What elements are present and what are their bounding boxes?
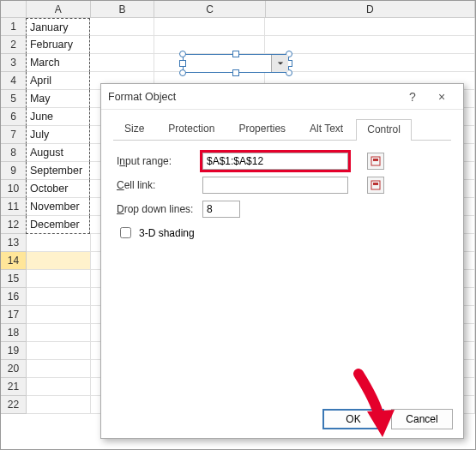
tab-protection[interactable]: Protection [157, 118, 226, 140]
cell[interactable] [154, 36, 266, 54]
row-header[interactable]: 13 [1, 234, 27, 252]
format-object-dialog: Format Object ? × Size Protection Proper… [100, 83, 464, 439]
row-header[interactable]: 15 [1, 270, 27, 288]
cell-link-label: Cell link: [117, 179, 202, 191]
col-header-A[interactable]: A [27, 1, 91, 18]
row-header[interactable]: 1 [1, 18, 27, 36]
cancel-button[interactable]: Cancel [391, 409, 453, 429]
cell[interactable]: December [26, 216, 90, 234]
cell[interactable] [27, 342, 91, 360]
input-range-field[interactable] [202, 153, 348, 170]
resize-handle[interactable] [179, 69, 186, 76]
cell[interactable]: April [26, 72, 90, 90]
cell[interactable]: May [26, 90, 90, 108]
cell[interactable] [27, 360, 91, 378]
select-all-corner[interactable] [1, 1, 27, 18]
tab-control[interactable]: Control [356, 119, 412, 141]
cell[interactable] [265, 18, 475, 36]
combobox-dropdown-button[interactable] [271, 55, 288, 72]
cell[interactable] [27, 288, 91, 306]
cell[interactable] [265, 36, 475, 54]
row-header[interactable]: 7 [1, 126, 27, 144]
row-header[interactable]: 8 [1, 144, 27, 162]
dialog-title: Format Object [108, 91, 398, 103]
range-picker-button[interactable] [367, 153, 384, 170]
cell[interactable]: November [26, 198, 90, 216]
cell[interactable]: July [26, 126, 90, 144]
resize-handle[interactable] [232, 69, 239, 76]
cell[interactable]: June [26, 108, 90, 126]
cell[interactable] [27, 252, 91, 270]
input-range-label: Input range: [117, 155, 202, 167]
row-header[interactable]: 14 [1, 252, 27, 270]
cell[interactable] [154, 18, 266, 36]
row-header[interactable]: 17 [1, 306, 27, 324]
col-header-B[interactable]: B [91, 1, 155, 18]
resize-handle[interactable] [232, 51, 239, 57]
cell[interactable]: March [26, 54, 90, 72]
row-header[interactable]: 12 [1, 216, 27, 234]
cell[interactable]: September [26, 162, 90, 180]
cell[interactable]: January [26, 18, 90, 36]
collapse-dialog-icon [371, 156, 381, 166]
resize-handle[interactable] [179, 51, 186, 57]
tab-properties[interactable]: Properties [227, 118, 297, 140]
help-button[interactable]: ? [398, 86, 427, 108]
cell[interactable]: February [26, 36, 90, 54]
chevron-down-icon [277, 60, 284, 67]
row-header[interactable]: 5 [1, 90, 27, 108]
cell[interactable] [90, 54, 154, 72]
row-header[interactable]: 16 [1, 288, 27, 306]
cell[interactable] [90, 36, 154, 54]
row-header[interactable]: 10 [1, 180, 27, 198]
combobox-object[interactable] [183, 54, 289, 73]
tab-alt-text[interactable]: Alt Text [298, 118, 354, 140]
row-header[interactable]: 9 [1, 162, 27, 180]
svg-rect-3 [373, 183, 378, 185]
row-header[interactable]: 4 [1, 72, 27, 90]
ok-button[interactable]: OK [322, 409, 384, 429]
col-header-C[interactable]: C [154, 1, 266, 18]
row-header[interactable]: 20 [1, 360, 27, 378]
row-header[interactable]: 11 [1, 198, 27, 216]
cell[interactable] [27, 378, 91, 396]
dropdown-lines-label: Drop down lines: [117, 203, 202, 215]
cell[interactable] [27, 270, 91, 288]
dropdown-lines-field[interactable] [202, 201, 240, 218]
close-button[interactable]: × [427, 86, 456, 108]
resize-handle[interactable] [179, 60, 186, 67]
three-d-shading-label: 3-D shading [139, 227, 195, 239]
cell[interactable] [265, 54, 475, 72]
cell[interactable] [27, 234, 91, 252]
row-header[interactable]: 21 [1, 378, 27, 396]
cell[interactable] [90, 18, 154, 36]
cell[interactable] [27, 306, 91, 324]
collapse-dialog-icon [371, 180, 381, 190]
row-header[interactable]: 22 [1, 396, 27, 414]
cell[interactable] [27, 324, 91, 342]
tab-size[interactable]: Size [113, 118, 155, 140]
three-d-shading-checkbox[interactable] [120, 227, 131, 238]
cell[interactable] [27, 396, 91, 414]
row-header[interactable]: 3 [1, 54, 27, 72]
range-picker-button[interactable] [367, 177, 384, 194]
cell[interactable]: August [26, 144, 90, 162]
col-header-D[interactable]: D [266, 1, 475, 18]
dialog-titlebar[interactable]: Format Object ? × [101, 84, 463, 110]
svg-rect-1 [373, 159, 378, 161]
cell-link-field[interactable] [202, 177, 348, 194]
row-header[interactable]: 6 [1, 108, 27, 126]
cell[interactable]: October [26, 180, 90, 198]
row-header[interactable]: 18 [1, 324, 27, 342]
row-header[interactable]: 19 [1, 342, 27, 360]
row-header[interactable]: 2 [1, 36, 27, 54]
dialog-tabs: Size Protection Properties Alt Text Cont… [113, 118, 451, 141]
